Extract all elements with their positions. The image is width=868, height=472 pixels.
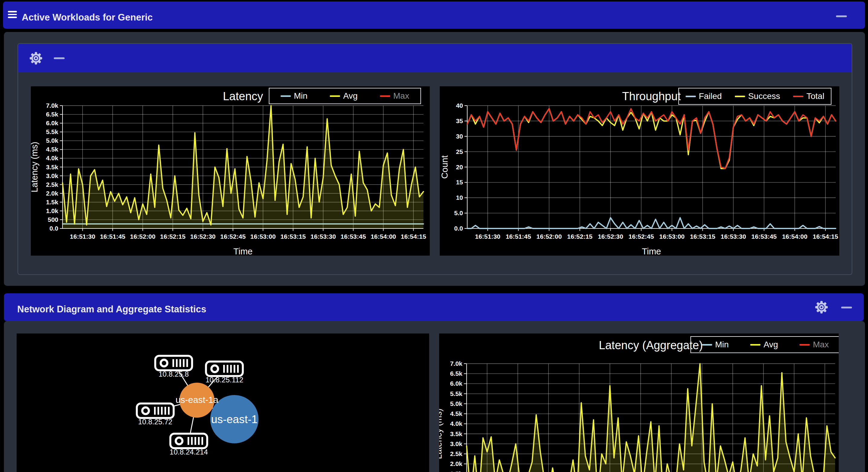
legend-label: Avg [764, 340, 778, 349]
network-diagram-panel[interactable]: 10.8.25.810.8.25.11210.8.25.7210.8.24.21… [17, 334, 429, 472]
legend-swatch-min [281, 95, 291, 97]
y-tick-label: 4.0k [46, 155, 58, 162]
server-icon[interactable] [170, 434, 207, 448]
network-section-title: Network Diagram and Aggregate Statistics [17, 304, 206, 315]
legend-label: Min [294, 91, 307, 101]
series-line-failed [467, 217, 836, 229]
legend-item-max[interactable]: Max [380, 91, 409, 101]
y-tick-label: 3.5k [450, 430, 462, 437]
legend-item-failed[interactable]: Failed [686, 92, 722, 101]
y-tick-label: 15 [456, 179, 463, 186]
x-tick-label: 16:53:15 [690, 233, 715, 240]
aggregate-chart-panel[interactable]: 0.05001.0k1.5k2.0k2.5k3.0k3.5k4.0k4.5k5.… [439, 334, 839, 472]
server-vent [164, 407, 166, 415]
y-tick-label: 7.0k [450, 360, 462, 367]
y-axis-title: Latency (ms) [31, 142, 39, 193]
y-tick-label: 6.0k [450, 380, 462, 387]
settings-gear-icon[interactable] [29, 51, 43, 66]
server-vent [183, 359, 185, 367]
server-vent [198, 437, 200, 445]
y-axis-title: Count [440, 156, 450, 179]
legend-swatch-failed [686, 96, 696, 97]
y-tick-label: 5.5k [46, 128, 58, 135]
x-tick-label: 16:52:15 [160, 233, 185, 240]
legend-item-avg[interactable]: Avg [750, 340, 778, 349]
legend-item-total[interactable]: Total [793, 92, 824, 101]
workloads-panel-header [18, 44, 852, 72]
x-tick-label: 16:51:30 [70, 233, 95, 240]
server-vent [168, 407, 170, 415]
y-tick-label: 25 [456, 148, 463, 155]
server-vent [176, 359, 178, 367]
y-tick-label: 2.5k [450, 450, 462, 457]
server-vent [179, 359, 181, 367]
y-tick-label: 1.5k [450, 470, 462, 472]
server-vent [202, 437, 203, 445]
region-node-label: us-east-1 [211, 413, 258, 426]
server-icon[interactable] [137, 404, 174, 418]
latency-chart[interactable]: 0.05001.0k1.5k2.0k2.5k3.0k3.5k4.0k4.5k5.… [31, 86, 430, 256]
x-tick-label: 16:52:30 [190, 233, 216, 240]
x-tick-label: 16:52:45 [628, 233, 654, 240]
y-tick-label: 10 [456, 194, 463, 201]
server-vent [194, 437, 196, 445]
throughput-chart[interactable]: 0.05.01015202530354016:51:3016:51:4516:5… [440, 86, 839, 256]
network-section-card: 10.8.25.810.8.25.11210.8.25.7210.8.24.21… [4, 321, 865, 472]
y-axis-title: Latency (ms) [439, 409, 443, 459]
throughput-chart-panel[interactable]: 0.05.01015202530354016:51:3016:51:4516:5… [440, 86, 839, 256]
y-tick-label: 6.5k [450, 370, 462, 377]
chart-title: Latency [223, 90, 263, 103]
y-tick-label: 3.0k [450, 440, 462, 447]
network-diagram[interactable]: 10.8.25.810.8.25.11210.8.25.7210.8.24.21… [17, 334, 429, 472]
legend-item-min[interactable]: Min [702, 340, 729, 349]
dashboard-page: { "top_bar": { "title": "Active Workload… [0, 0, 868, 472]
aggregate-latency-chart[interactable]: 0.05001.0k1.5k2.0k2.5k3.0k3.5k4.0k4.5k5.… [439, 334, 839, 472]
legend-item-min[interactable]: Min [281, 91, 307, 101]
y-tick-label: 4.5k [46, 146, 58, 153]
minimize-network-section-button[interactable] [841, 307, 852, 308]
legend-swatch-total [793, 96, 803, 97]
legend-label: Max [393, 91, 409, 101]
server-vent [230, 365, 232, 373]
legend-item-avg[interactable]: Avg [330, 91, 358, 101]
y-tick-label: 0.0 [454, 225, 463, 232]
x-tick-label: 16:54:15 [813, 233, 838, 240]
y-tick-label: 5.5k [450, 390, 462, 397]
legend-label: Total [806, 92, 824, 101]
latency-legend: MinAvgMax [269, 88, 421, 104]
x-tick-label: 16:54:00 [371, 233, 396, 240]
server-icon[interactable] [155, 356, 192, 370]
chart-title: Latency (Aggregate) [599, 339, 703, 351]
y-tick-label: 500 [48, 216, 58, 223]
minimize-top-bar-button[interactable] [836, 15, 847, 17]
y-tick-label: 3.0k [46, 172, 58, 179]
network-settings-gear-icon[interactable] [814, 300, 829, 315]
server-vent [191, 437, 193, 445]
server-vent [237, 365, 239, 373]
x-axis-title: Time [234, 246, 252, 256]
y-tick-label: 35 [456, 117, 463, 124]
legend-swatch-max [800, 344, 810, 345]
legend-item-success[interactable]: Success [735, 92, 780, 101]
x-tick-label: 16:52:30 [598, 233, 623, 240]
y-tick-label: 1.0k [46, 207, 58, 214]
chart-title: Throughput [622, 90, 681, 103]
server-icon[interactable] [206, 362, 243, 376]
y-tick-label: 6.0k [46, 120, 58, 127]
server-vent [173, 359, 174, 367]
legend-label: Avg [343, 91, 358, 101]
x-tick-label: 16:52:45 [220, 233, 246, 240]
latency-chart-panel[interactable]: 0.05001.0k1.5k2.0k2.5k3.0k3.5k4.0k4.5k5.… [31, 86, 430, 256]
x-tick-label: 16:53:45 [341, 233, 366, 240]
minimize-panel-button[interactable] [54, 57, 65, 59]
legend-item-max[interactable]: Max [800, 340, 829, 349]
legend-label: Failed [699, 92, 722, 101]
workloads-section-card: 0.05001.0k1.5k2.0k2.5k3.0k3.5k4.0k4.5k5.… [4, 32, 865, 286]
x-tick-label: 16:53:00 [250, 233, 276, 240]
x-tick-label: 16:53:15 [280, 233, 306, 240]
x-tick-label: 16:54:00 [782, 233, 807, 240]
legend-swatch-success [735, 96, 745, 97]
x-tick-label: 16:52:15 [567, 233, 593, 240]
hamburger-menu-icon[interactable] [8, 9, 17, 20]
workloads-panel: 0.05001.0k1.5k2.0k2.5k3.0k3.5k4.0k4.5k5.… [18, 43, 852, 275]
